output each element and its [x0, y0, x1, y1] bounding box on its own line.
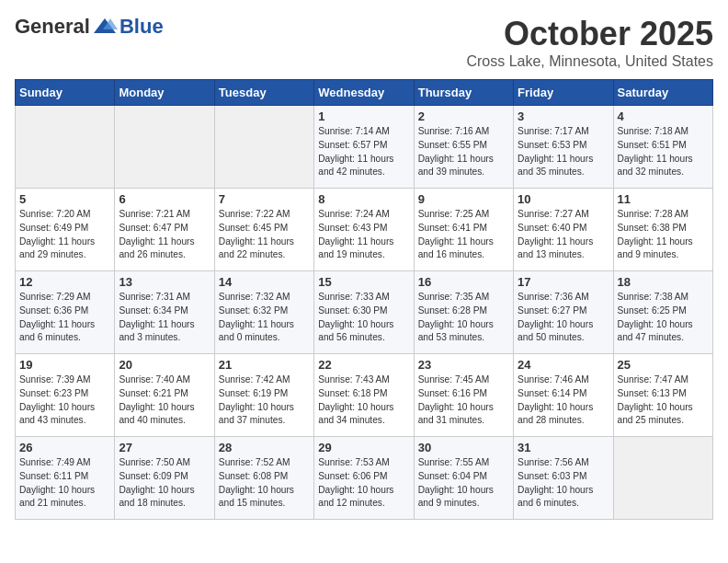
- day-number: 25: [618, 358, 709, 372]
- day-info: Sunrise: 7:27 AM Sunset: 6:40 PM Dayligh…: [518, 208, 609, 262]
- day-number: 26: [19, 441, 110, 454]
- title-block: October 2025 Cross Lake, Minnesota, Unit…: [466, 15, 713, 70]
- day-info: Sunrise: 7:45 AM Sunset: 6:16 PM Dayligh…: [418, 373, 509, 428]
- day-number: 29: [318, 441, 409, 454]
- day-number: 27: [119, 441, 210, 454]
- day-number: 7: [219, 192, 310, 206]
- day-number: 3: [518, 109, 609, 123]
- day-cell: 9Sunrise: 7:25 AM Sunset: 6:41 PM Daylig…: [414, 189, 513, 271]
- day-number: 4: [618, 109, 709, 123]
- day-cell: 22Sunrise: 7:43 AM Sunset: 6:18 PM Dayli…: [314, 354, 414, 437]
- day-number: 18: [618, 275, 709, 289]
- day-cell: 6Sunrise: 7:21 AM Sunset: 6:47 PM Daylig…: [115, 189, 214, 271]
- day-cell: 13Sunrise: 7:31 AM Sunset: 6:34 PM Dayli…: [115, 271, 214, 354]
- day-cell: 27Sunrise: 7:50 AM Sunset: 6:09 PM Dayli…: [115, 437, 214, 520]
- day-info: Sunrise: 7:46 AM Sunset: 6:14 PM Dayligh…: [518, 373, 609, 428]
- week-row-5: 26Sunrise: 7:49 AM Sunset: 6:11 PM Dayli…: [16, 437, 713, 520]
- day-number: 13: [119, 275, 210, 289]
- calendar-table: SundayMondayTuesdayWednesdayThursdayFrid…: [15, 79, 713, 520]
- day-cell: 15Sunrise: 7:33 AM Sunset: 6:30 PM Dayli…: [314, 271, 414, 354]
- day-cell: 24Sunrise: 7:46 AM Sunset: 6:14 PM Dayli…: [514, 354, 613, 437]
- day-cell: 4Sunrise: 7:18 AM Sunset: 6:51 PM Daylig…: [613, 106, 712, 189]
- day-cell: [214, 106, 313, 189]
- header-monday: Monday: [115, 80, 214, 106]
- day-number: 10: [518, 192, 609, 206]
- day-cell: 17Sunrise: 7:36 AM Sunset: 6:27 PM Dayli…: [514, 271, 613, 354]
- day-info: Sunrise: 7:28 AM Sunset: 6:38 PM Dayligh…: [618, 208, 709, 262]
- calendar-subtitle: Cross Lake, Minnesota, United States: [466, 53, 713, 70]
- day-info: Sunrise: 7:40 AM Sunset: 6:21 PM Dayligh…: [119, 373, 210, 428]
- day-number: 2: [418, 109, 509, 123]
- day-cell: 7Sunrise: 7:22 AM Sunset: 6:45 PM Daylig…: [214, 189, 313, 271]
- day-info: Sunrise: 7:25 AM Sunset: 6:41 PM Dayligh…: [418, 208, 509, 262]
- day-info: Sunrise: 7:42 AM Sunset: 6:19 PM Dayligh…: [219, 373, 310, 428]
- day-cell: 28Sunrise: 7:52 AM Sunset: 6:08 PM Dayli…: [214, 437, 313, 520]
- day-info: Sunrise: 7:39 AM Sunset: 6:23 PM Dayligh…: [19, 373, 110, 428]
- day-cell: 18Sunrise: 7:38 AM Sunset: 6:25 PM Dayli…: [613, 271, 712, 354]
- day-info: Sunrise: 7:16 AM Sunset: 6:55 PM Dayligh…: [418, 125, 509, 179]
- day-cell: 21Sunrise: 7:42 AM Sunset: 6:19 PM Dayli…: [214, 354, 313, 437]
- day-info: Sunrise: 7:29 AM Sunset: 6:36 PM Dayligh…: [19, 291, 110, 345]
- calendar-body: 1Sunrise: 7:14 AM Sunset: 6:57 PM Daylig…: [16, 106, 713, 520]
- day-number: 23: [418, 358, 509, 372]
- header-row: SundayMondayTuesdayWednesdayThursdayFrid…: [16, 80, 713, 106]
- day-number: 16: [418, 275, 509, 289]
- day-info: Sunrise: 7:36 AM Sunset: 6:27 PM Dayligh…: [518, 291, 609, 345]
- day-info: Sunrise: 7:47 AM Sunset: 6:13 PM Dayligh…: [618, 373, 709, 428]
- day-cell: 8Sunrise: 7:24 AM Sunset: 6:43 PM Daylig…: [314, 189, 414, 271]
- day-cell: 2Sunrise: 7:16 AM Sunset: 6:55 PM Daylig…: [414, 106, 513, 189]
- day-number: 28: [219, 441, 310, 454]
- day-number: 12: [19, 275, 110, 289]
- logo-icon: [92, 17, 118, 37]
- day-cell: 5Sunrise: 7:20 AM Sunset: 6:49 PM Daylig…: [16, 189, 115, 271]
- header-friday: Friday: [514, 80, 613, 106]
- logo-general-text: General: [15, 15, 90, 39]
- day-info: Sunrise: 7:18 AM Sunset: 6:51 PM Dayligh…: [618, 125, 709, 179]
- day-info: Sunrise: 7:55 AM Sunset: 6:04 PM Dayligh…: [418, 456, 509, 511]
- day-number: 19: [19, 358, 110, 372]
- header-thursday: Thursday: [414, 80, 513, 106]
- day-cell: 11Sunrise: 7:28 AM Sunset: 6:38 PM Dayli…: [613, 189, 712, 271]
- week-row-3: 12Sunrise: 7:29 AM Sunset: 6:36 PM Dayli…: [16, 271, 713, 354]
- day-info: Sunrise: 7:17 AM Sunset: 6:53 PM Dayligh…: [518, 125, 609, 179]
- day-cell: 1Sunrise: 7:14 AM Sunset: 6:57 PM Daylig…: [314, 106, 414, 189]
- day-number: 5: [19, 192, 110, 206]
- day-info: Sunrise: 7:56 AM Sunset: 6:03 PM Dayligh…: [518, 456, 609, 511]
- week-row-4: 19Sunrise: 7:39 AM Sunset: 6:23 PM Dayli…: [16, 354, 713, 437]
- day-info: Sunrise: 7:35 AM Sunset: 6:28 PM Dayligh…: [418, 291, 509, 345]
- day-cell: [613, 437, 712, 520]
- day-number: 6: [119, 192, 210, 206]
- day-info: Sunrise: 7:53 AM Sunset: 6:06 PM Dayligh…: [318, 456, 409, 511]
- day-cell: 26Sunrise: 7:49 AM Sunset: 6:11 PM Dayli…: [16, 437, 115, 520]
- day-number: 11: [618, 192, 709, 206]
- week-row-1: 1Sunrise: 7:14 AM Sunset: 6:57 PM Daylig…: [16, 106, 713, 189]
- page-header: General Blue October 2025 Cross Lake, Mi…: [15, 15, 713, 70]
- day-info: Sunrise: 7:49 AM Sunset: 6:11 PM Dayligh…: [19, 456, 110, 511]
- day-info: Sunrise: 7:31 AM Sunset: 6:34 PM Dayligh…: [119, 291, 210, 345]
- day-cell: 29Sunrise: 7:53 AM Sunset: 6:06 PM Dayli…: [314, 437, 414, 520]
- logo: General Blue: [15, 15, 164, 39]
- header-saturday: Saturday: [613, 80, 712, 106]
- day-cell: 30Sunrise: 7:55 AM Sunset: 6:04 PM Dayli…: [414, 437, 513, 520]
- header-tuesday: Tuesday: [214, 80, 313, 106]
- day-number: 14: [219, 275, 310, 289]
- day-cell: 31Sunrise: 7:56 AM Sunset: 6:03 PM Dayli…: [514, 437, 613, 520]
- day-number: 1: [318, 109, 409, 123]
- day-number: 20: [119, 358, 210, 372]
- day-cell: 23Sunrise: 7:45 AM Sunset: 6:16 PM Dayli…: [414, 354, 513, 437]
- day-info: Sunrise: 7:33 AM Sunset: 6:30 PM Dayligh…: [318, 291, 409, 345]
- header-wednesday: Wednesday: [314, 80, 414, 106]
- logo-blue-text: Blue: [119, 15, 164, 39]
- day-number: 22: [318, 358, 409, 372]
- day-cell: 10Sunrise: 7:27 AM Sunset: 6:40 PM Dayli…: [514, 189, 613, 271]
- day-info: Sunrise: 7:32 AM Sunset: 6:32 PM Dayligh…: [219, 291, 310, 345]
- day-info: Sunrise: 7:50 AM Sunset: 6:09 PM Dayligh…: [119, 456, 210, 511]
- day-info: Sunrise: 7:24 AM Sunset: 6:43 PM Dayligh…: [318, 208, 409, 262]
- day-number: 31: [518, 441, 609, 454]
- day-number: 21: [219, 358, 310, 372]
- day-info: Sunrise: 7:21 AM Sunset: 6:47 PM Dayligh…: [119, 208, 210, 262]
- week-row-2: 5Sunrise: 7:20 AM Sunset: 6:49 PM Daylig…: [16, 189, 713, 271]
- day-info: Sunrise: 7:14 AM Sunset: 6:57 PM Dayligh…: [318, 125, 409, 179]
- day-info: Sunrise: 7:20 AM Sunset: 6:49 PM Dayligh…: [19, 208, 110, 262]
- header-sunday: Sunday: [16, 80, 115, 106]
